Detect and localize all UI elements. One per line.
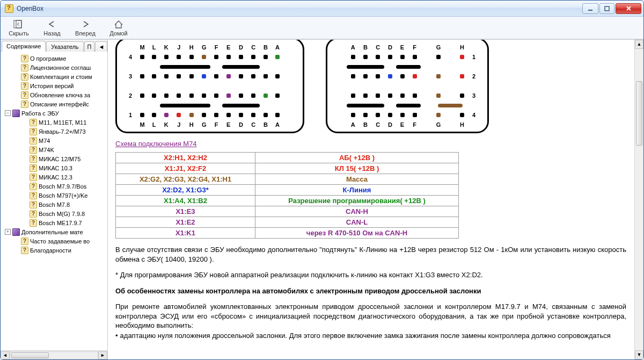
help-icon: ? — [30, 219, 37, 227]
tree-item[interactable]: ?M11, M11ET, M11 — [2, 118, 107, 127]
pin-cell: X1:J1, X2:F2 — [116, 163, 255, 174]
hide-icon — [13, 19, 25, 30]
scroll-right-icon[interactable]: ► — [98, 351, 107, 359]
home-button[interactable]: Домой — [106, 19, 131, 37]
help-icon: ? — [30, 183, 37, 190]
paragraph: * Для програмирования ЭБУ новой аппаратн… — [115, 270, 626, 280]
scroll-up-icon[interactable]: ▲ — [635, 40, 643, 49]
tree-item[interactable]: ?Обновление ключа за — [2, 90, 107, 99]
help-icon: ? — [30, 201, 37, 208]
connector-x1: ABCDEFGH 1 2 3 — [326, 40, 489, 133]
nav-tabs: Содержание Указатель П ◄ ► — [1, 40, 107, 52]
help-icon: ? — [30, 128, 37, 135]
book-icon — [12, 110, 20, 117]
pin-cell: X1:E3 — [116, 206, 255, 217]
tree-item[interactable]: ?M74K — [2, 145, 107, 154]
scroll-track[interactable] — [635, 49, 643, 350]
help-icon: ? — [30, 192, 37, 199]
tree-item[interactable]: ?МИКАС 12/M75 — [2, 154, 107, 163]
pin-cell: X1:K1 — [116, 228, 255, 239]
nav-pane: Содержание Указатель П ◄ ► ?О программе?… — [1, 40, 108, 359]
pin-cell: X2:G2, X2:G3, X2:G4, X1:H1 — [116, 174, 255, 185]
scroll-track[interactable] — [10, 351, 98, 359]
heading: Об особенностях замены контроллера на ав… — [115, 286, 626, 296]
hide-button[interactable]: Скрыть — [6, 19, 32, 37]
desc-cell: Разрешение программирования( +12В ) — [255, 196, 459, 206]
scroll-thumb[interactable] — [11, 352, 49, 358]
forward-button[interactable]: Вперед — [72, 19, 98, 37]
close-button[interactable] — [616, 3, 641, 14]
tree-group-ecu[interactable]: − Работа с ЭБУ — [2, 109, 107, 118]
tree-item[interactable]: ?Bosch M7.9.7/Bos — [2, 182, 107, 191]
tree-item[interactable]: ?Лицензионное соглаш — [2, 63, 107, 72]
tree-group-extra[interactable]: + Дополнительные мате — [2, 227, 107, 236]
nav-hscroll[interactable]: ◄ ► — [1, 350, 107, 359]
tree-item[interactable]: ?Январь-7.2+/M73 — [2, 127, 107, 136]
help-icon: ? — [21, 100, 28, 108]
paragraph: При ремонте автомобилей укомплектованных… — [115, 302, 626, 330]
minimize-button[interactable] — [582, 3, 598, 14]
scroll-down-icon[interactable]: ▼ — [635, 350, 643, 359]
tab-index[interactable]: Указатель — [46, 41, 83, 52]
maximize-button[interactable] — [599, 3, 614, 14]
paragraph: В случае отсутствия связи с ЭБУ необходи… — [115, 245, 626, 264]
connector-x2: MLKJHGFEDCBA 4 3 2 — [115, 40, 304, 133]
help-icon: ? — [30, 146, 37, 154]
pin-cell: X1:A4, X1:B2 — [116, 196, 255, 206]
back-button[interactable]: Назад — [39, 19, 65, 37]
desc-cell: CAN-L — [255, 217, 459, 228]
help-icon: ? — [21, 82, 28, 90]
desc-cell: КЛ 15( +12В ) — [255, 163, 459, 174]
content-vscroll[interactable]: ▲ ▼ — [634, 40, 643, 359]
tab-contents[interactable]: Содержание — [2, 41, 46, 52]
app-icon — [5, 4, 13, 13]
pin-cell: X2:H1, X2:H2 — [116, 153, 255, 163]
desc-cell: Масса — [255, 174, 459, 185]
expand-icon[interactable]: + — [5, 229, 11, 235]
tree-item[interactable]: ?Bosch M(G) 7.9.8 — [2, 209, 107, 218]
window-buttons — [582, 3, 641, 14]
help-icon: ? — [21, 247, 28, 254]
tree-item-thanks[interactable]: ? Благодарности — [2, 246, 107, 255]
schema-link[interactable]: Схема подключения M74 — [115, 140, 197, 148]
tree-item[interactable]: ?МИКАС 12.3 — [2, 172, 107, 182]
help-icon: ? — [30, 210, 37, 218]
forward-icon — [79, 19, 91, 30]
help-icon: ? — [30, 119, 37, 126]
tree-item[interactable]: ?О программе — [2, 54, 107, 63]
tree-item[interactable]: ?Комплектация и стоим — [2, 72, 107, 81]
help-icon: ? — [21, 55, 28, 62]
desc-cell: CAN-H — [255, 206, 459, 217]
tab-nav-left[interactable]: ◄ — [95, 41, 107, 52]
help-icon: ? — [30, 155, 37, 163]
tree-item[interactable]: ?МИКАС 10.3 — [2, 163, 107, 172]
titlebar: OpenBox — [1, 1, 643, 17]
pin-table: X2:H1, X2:H2АБ( +12В )X1:J1, X2:F2КЛ 15(… — [115, 152, 459, 239]
body: Содержание Указатель П ◄ ► ?О программе?… — [1, 39, 643, 359]
tree-item[interactable]: ?Bosch M797(+)/Ke — [2, 191, 107, 200]
connector-diagrams: MLKJHGFEDCBA 4 3 2 — [115, 40, 626, 133]
tree-item-faq[interactable]: ? Часто задаваемые во — [2, 236, 107, 246]
scroll-thumb[interactable] — [636, 81, 642, 146]
collapse-icon[interactable]: − — [5, 110, 11, 116]
help-icon: ? — [30, 164, 37, 172]
home-icon — [113, 19, 125, 30]
app-window: OpenBox Скрыть Назад Вперед Домой Содерж… — [0, 0, 644, 360]
tree-item[interactable]: ?Bosch M7.8 — [2, 200, 107, 209]
help-icon: ? — [30, 137, 37, 145]
help-icon: ? — [21, 64, 28, 71]
tree-item[interactable]: ?История версий — [2, 81, 107, 90]
bullet: адаптацию нуля положения дроссельной зас… — [115, 332, 626, 340]
book-icon — [12, 228, 20, 236]
content-pane: MLKJHGFEDCBA 4 3 2 — [108, 40, 643, 359]
toolbar: Скрыть Назад Вперед Домой — [1, 17, 643, 39]
tree[interactable]: ?О программе?Лицензионное соглаш?Комплек… — [1, 52, 107, 350]
scroll-left-icon[interactable]: ◄ — [1, 351, 10, 359]
tree-item[interactable]: ?M74 — [2, 136, 107, 145]
tree-item[interactable]: ?Bosch ME17.9.7 — [2, 218, 107, 227]
tree-item[interactable]: ?Описание интерфейс — [2, 99, 107, 109]
tab-search[interactable]: П — [84, 41, 95, 52]
pin-cell: X1:E2 — [116, 217, 255, 228]
help-icon: ? — [21, 73, 28, 81]
svg-rect-0 — [588, 10, 592, 11]
